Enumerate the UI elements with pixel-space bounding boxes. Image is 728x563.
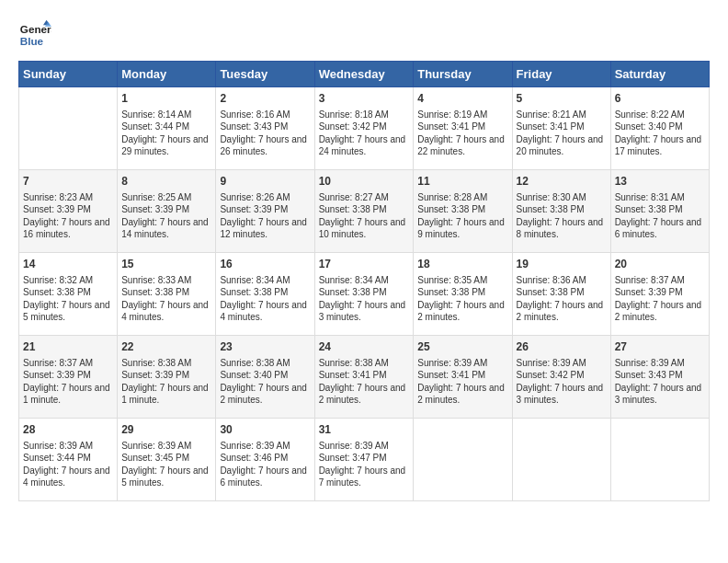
day-number: 24 [319, 339, 410, 355]
weekday-header-tuesday: Tuesday [216, 62, 314, 87]
calendar-cell: 4Sunrise: 8:19 AMSunset: 3:41 PMDaylight… [414, 87, 512, 170]
calendar-cell: 26Sunrise: 8:39 AMSunset: 3:42 PMDayligh… [512, 336, 610, 419]
cell-info: Sunrise: 8:36 AMSunset: 3:38 PMDaylight:… [517, 274, 607, 324]
weekday-header-wednesday: Wednesday [314, 62, 414, 87]
logo: General Blue [18, 18, 51, 52]
calendar-cell: 5Sunrise: 8:21 AMSunset: 3:41 PMDaylight… [512, 87, 610, 170]
calendar-cell [610, 419, 709, 501]
day-number: 27 [615, 339, 705, 355]
cell-info: Sunrise: 8:39 AMSunset: 3:42 PMDaylight:… [517, 357, 607, 407]
cell-info: Sunrise: 8:18 AMSunset: 3:42 PMDaylight:… [319, 109, 410, 158]
day-number: 30 [220, 422, 310, 438]
day-number: 2 [220, 91, 310, 107]
day-number: 22 [121, 339, 211, 355]
cell-info: Sunrise: 8:32 AMSunset: 3:38 PMDaylight:… [23, 274, 113, 324]
cell-info: Sunrise: 8:38 AMSunset: 3:41 PMDaylight:… [319, 357, 410, 407]
calendar-cell: 7Sunrise: 8:23 AMSunset: 3:39 PMDaylight… [19, 170, 118, 253]
cell-info: Sunrise: 8:37 AMSunset: 3:39 PMDaylight:… [615, 274, 705, 324]
cell-info: Sunrise: 8:30 AMSunset: 3:38 PMDaylight:… [517, 191, 607, 241]
cell-info: Sunrise: 8:31 AMSunset: 3:38 PMDaylight:… [615, 191, 705, 241]
calendar-cell [414, 419, 512, 501]
calendar-cell: 15Sunrise: 8:33 AMSunset: 3:38 PMDayligh… [118, 253, 216, 336]
cell-info: Sunrise: 8:19 AMSunset: 3:41 PMDaylight:… [417, 109, 507, 158]
calendar-week-3: 14Sunrise: 8:32 AMSunset: 3:38 PMDayligh… [19, 253, 710, 336]
calendar-cell: 28Sunrise: 8:39 AMSunset: 3:44 PMDayligh… [19, 419, 118, 501]
calendar-cell: 6Sunrise: 8:22 AMSunset: 3:40 PMDaylight… [610, 87, 709, 170]
day-number: 17 [319, 257, 410, 272]
cell-info: Sunrise: 8:39 AMSunset: 3:44 PMDaylight:… [23, 440, 113, 489]
cell-info: Sunrise: 8:35 AMSunset: 3:38 PMDaylight:… [417, 274, 507, 324]
cell-info: Sunrise: 8:38 AMSunset: 3:39 PMDaylight:… [121, 357, 211, 407]
cell-info: Sunrise: 8:16 AMSunset: 3:43 PMDaylight:… [220, 109, 310, 158]
calendar-cell: 1Sunrise: 8:14 AMSunset: 3:44 PMDaylight… [118, 87, 216, 170]
calendar-header: SundayMondayTuesdayWednesdayThursdayFrid… [19, 62, 710, 87]
day-number: 18 [417, 257, 507, 272]
weekday-header-saturday: Saturday [610, 62, 709, 87]
cell-info: Sunrise: 8:22 AMSunset: 3:40 PMDaylight:… [615, 109, 705, 158]
calendar-cell: 31Sunrise: 8:39 AMSunset: 3:47 PMDayligh… [314, 419, 414, 501]
cell-info: Sunrise: 8:28 AMSunset: 3:38 PMDaylight:… [417, 191, 507, 241]
day-number: 12 [517, 174, 607, 190]
calendar-cell: 16Sunrise: 8:34 AMSunset: 3:38 PMDayligh… [216, 253, 314, 336]
day-number: 10 [319, 174, 410, 190]
day-number: 28 [23, 422, 113, 438]
day-number: 16 [220, 257, 310, 272]
day-number: 14 [23, 257, 113, 272]
weekday-header-monday: Monday [118, 62, 216, 87]
calendar-cell: 18Sunrise: 8:35 AMSunset: 3:38 PMDayligh… [414, 253, 512, 336]
weekday-row: SundayMondayTuesdayWednesdayThursdayFrid… [19, 62, 710, 87]
cell-info: Sunrise: 8:38 AMSunset: 3:40 PMDaylight:… [220, 357, 310, 407]
page-header: General Blue [18, 18, 710, 52]
weekday-header-thursday: Thursday [414, 62, 512, 87]
cell-info: Sunrise: 8:23 AMSunset: 3:39 PMDaylight:… [23, 191, 113, 241]
day-number: 7 [23, 174, 113, 190]
cell-info: Sunrise: 8:37 AMSunset: 3:39 PMDaylight:… [23, 357, 113, 407]
cell-info: Sunrise: 8:34 AMSunset: 3:38 PMDaylight:… [319, 274, 410, 324]
day-number: 11 [417, 174, 507, 190]
calendar-cell: 10Sunrise: 8:27 AMSunset: 3:38 PMDayligh… [314, 170, 414, 253]
day-number: 26 [517, 339, 607, 355]
day-number: 9 [220, 174, 310, 190]
cell-info: Sunrise: 8:21 AMSunset: 3:41 PMDaylight:… [517, 109, 607, 158]
calendar-cell: 13Sunrise: 8:31 AMSunset: 3:38 PMDayligh… [610, 170, 709, 253]
calendar-cell: 29Sunrise: 8:39 AMSunset: 3:45 PMDayligh… [118, 419, 216, 501]
calendar-cell [512, 419, 610, 501]
calendar-cell: 25Sunrise: 8:39 AMSunset: 3:41 PMDayligh… [414, 336, 512, 419]
calendar-cell: 21Sunrise: 8:37 AMSunset: 3:39 PMDayligh… [19, 336, 118, 419]
cell-info: Sunrise: 8:39 AMSunset: 3:47 PMDaylight:… [319, 440, 410, 489]
calendar-cell: 27Sunrise: 8:39 AMSunset: 3:43 PMDayligh… [610, 336, 709, 419]
day-number: 1 [121, 91, 211, 107]
calendar-cell: 20Sunrise: 8:37 AMSunset: 3:39 PMDayligh… [610, 253, 709, 336]
calendar-body: 1Sunrise: 8:14 AMSunset: 3:44 PMDaylight… [19, 87, 710, 501]
cell-info: Sunrise: 8:26 AMSunset: 3:39 PMDaylight:… [220, 191, 310, 241]
calendar-table: SundayMondayTuesdayWednesdayThursdayFrid… [18, 61, 710, 501]
cell-info: Sunrise: 8:27 AMSunset: 3:38 PMDaylight:… [319, 191, 410, 241]
day-number: 25 [417, 339, 507, 355]
calendar-week-2: 7Sunrise: 8:23 AMSunset: 3:39 PMDaylight… [19, 170, 710, 253]
cell-info: Sunrise: 8:39 AMSunset: 3:45 PMDaylight:… [121, 440, 211, 489]
weekday-header-sunday: Sunday [19, 62, 118, 87]
cell-info: Sunrise: 8:33 AMSunset: 3:38 PMDaylight:… [121, 274, 211, 324]
day-number: 20 [615, 257, 705, 272]
cell-info: Sunrise: 8:39 AMSunset: 3:43 PMDaylight:… [615, 357, 705, 407]
calendar-cell: 2Sunrise: 8:16 AMSunset: 3:43 PMDaylight… [216, 87, 314, 170]
calendar-cell [19, 87, 118, 170]
cell-info: Sunrise: 8:14 AMSunset: 3:44 PMDaylight:… [121, 109, 211, 158]
cell-info: Sunrise: 8:39 AMSunset: 3:46 PMDaylight:… [220, 440, 310, 489]
calendar-week-4: 21Sunrise: 8:37 AMSunset: 3:39 PMDayligh… [19, 336, 710, 419]
calendar-cell: 19Sunrise: 8:36 AMSunset: 3:38 PMDayligh… [512, 253, 610, 336]
day-number: 21 [23, 339, 113, 355]
calendar-cell: 14Sunrise: 8:32 AMSunset: 3:38 PMDayligh… [19, 253, 118, 336]
svg-text:Blue: Blue [20, 35, 44, 47]
calendar-week-5: 28Sunrise: 8:39 AMSunset: 3:44 PMDayligh… [19, 419, 710, 501]
day-number: 15 [121, 257, 211, 272]
day-number: 4 [417, 91, 507, 107]
day-number: 5 [517, 91, 607, 107]
calendar-cell: 9Sunrise: 8:26 AMSunset: 3:39 PMDaylight… [216, 170, 314, 253]
cell-info: Sunrise: 8:39 AMSunset: 3:41 PMDaylight:… [417, 357, 507, 407]
day-number: 23 [220, 339, 310, 355]
cell-info: Sunrise: 8:25 AMSunset: 3:39 PMDaylight:… [121, 191, 211, 241]
calendar-week-1: 1Sunrise: 8:14 AMSunset: 3:44 PMDaylight… [19, 87, 710, 170]
calendar-cell: 30Sunrise: 8:39 AMSunset: 3:46 PMDayligh… [216, 419, 314, 501]
day-number: 19 [517, 257, 607, 272]
